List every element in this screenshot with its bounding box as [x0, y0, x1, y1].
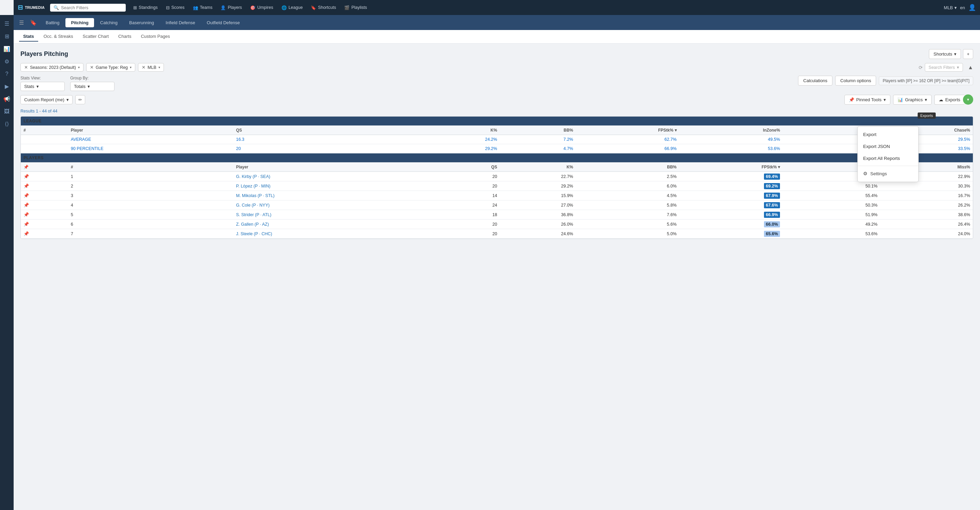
p7-name[interactable]: J. Steele (P · CHC) [236, 231, 272, 236]
col-header-inzone-pct[interactable]: InZone% [679, 126, 783, 135]
sub-tab-charts-label: Charts [118, 34, 131, 39]
sub-tab-charts[interactable]: Charts [114, 32, 135, 41]
sidebar-toggle-icon[interactable]: ☰ [16, 18, 27, 28]
p5-name[interactable]: S. Strider (P · ATL) [236, 212, 272, 217]
pcol-pin[interactable]: 📌 [21, 163, 68, 172]
tab-outfield-defense[interactable]: Outfield Defense [201, 18, 245, 27]
results-count: Results 1 - 44 of 44 [21, 109, 973, 113]
sub-tab-occ-streaks[interactable]: Occ. & Streaks [40, 32, 77, 41]
sidebar-chart-icon[interactable]: 📊 [1, 43, 13, 55]
sidebar-speaker-icon[interactable]: 📢 [1, 93, 13, 105]
collapse-button[interactable]: ▲ [968, 64, 973, 70]
filter-game-type[interactable]: ✕ Game Type: Reg ▾ [86, 63, 135, 72]
pin-row-3[interactable]: 📌 [24, 193, 29, 198]
filter-season[interactable]: ✕ Seasons: 2023 (Default) ▾ [21, 63, 83, 72]
sub-tab-scatter-chart[interactable]: Scatter Chart [79, 32, 113, 41]
shortcuts-button[interactable]: Shortcuts ▾ [929, 49, 961, 59]
nav-league[interactable]: 🌐 League [278, 4, 306, 11]
col-header-fpstk-pct[interactable]: FPStk% ▾ [576, 126, 679, 135]
col-header-hash[interactable]: # [21, 126, 68, 135]
sidebar-menu-icon[interactable]: ☰ [2, 18, 12, 30]
tab-baserunning[interactable]: Baserunning [124, 18, 159, 27]
pin-row-5[interactable]: 📌 [24, 212, 29, 217]
p1-name[interactable]: G. Kirby (P · SEA) [236, 174, 270, 179]
game-type-x-icon[interactable]: ✕ [90, 65, 94, 70]
pin-row-1[interactable]: 📌 [24, 174, 29, 179]
pcol-bb-pct[interactable]: BB% [576, 163, 679, 172]
p5-bb-pct: 7.6% [576, 210, 679, 220]
tab-infield-defense[interactable]: Infield Defense [160, 18, 201, 27]
nav-shortcuts[interactable]: 🔖 Shortcuts [307, 4, 339, 11]
nav-umpires[interactable]: 🎯 Umpires [247, 4, 277, 11]
filter-league[interactable]: ✕ MLB ▾ [138, 63, 164, 72]
pcol-hash[interactable]: # [68, 163, 234, 172]
pcol-k-pct[interactable]: K% [500, 163, 576, 172]
p3-name[interactable]: M. Mikolas (P · STL) [236, 193, 275, 198]
tab-batting[interactable]: Batting [40, 18, 65, 27]
sidebar-help-icon[interactable]: ? [3, 68, 11, 80]
graphics-button[interactable]: 📊 Graphics ▾ [893, 95, 932, 105]
exports-button[interactable]: ☁ Exports [934, 95, 964, 105]
nav-players[interactable]: 👤 Players [217, 4, 245, 11]
p6-name[interactable]: Z. Gallen (P · AZ) [236, 222, 269, 227]
col-header-qs[interactable]: QS [234, 126, 424, 135]
p4-bb-pct: 5.8% [576, 201, 679, 210]
exports-dropdown-button[interactable]: ▾ [963, 94, 973, 105]
bookmark-icon[interactable]: 🔖 [27, 18, 40, 28]
export-item[interactable]: Export [858, 129, 918, 140]
pin-row-6[interactable]: 📌 [24, 222, 29, 227]
calculations-button[interactable]: Calculations [798, 76, 832, 86]
nav-playlists[interactable]: 🎬 Playlists [341, 4, 371, 11]
p2-k-pct: 29.2% [500, 182, 576, 191]
sidebar-code-icon[interactable]: ⟨⟩ [2, 118, 11, 130]
group-by-value: Totals [74, 84, 86, 89]
pcol-qs[interactable]: QS [424, 163, 500, 172]
tab-pitching[interactable]: Pitching [65, 18, 94, 27]
search-input[interactable] [61, 5, 123, 10]
nav-scores[interactable]: ⊟ Scores [162, 4, 188, 11]
sidebar-image-icon[interactable]: 🖼 [2, 106, 12, 117]
p2-name[interactable]: P. López (P · MIN) [236, 184, 270, 188]
column-headers-row: # Player QS K% BB% FPStk% ▾ InZone% Miss… [21, 126, 973, 135]
custom-report-button[interactable]: Custom Report (me) ▾ [21, 95, 73, 104]
pinned-tools-button[interactable]: 📌 Pinned Tools ▾ [845, 95, 890, 105]
season-x-icon[interactable]: ✕ [24, 65, 28, 70]
p5-miss-pct: 38.6% [880, 210, 973, 220]
p2-miss-pct: 30.3% [880, 182, 973, 191]
p4-k-pct: 27.0% [500, 201, 576, 210]
col-header-player[interactable]: Player [68, 126, 234, 135]
group-by-select[interactable]: Totals ▾ [70, 82, 115, 91]
sidebar-home-icon[interactable]: ⊞ [2, 30, 12, 42]
sub-tab-custom-pages[interactable]: Custom Pages [137, 32, 174, 41]
edit-report-button[interactable]: ✏ [75, 95, 85, 104]
tab-catching[interactable]: Catching [95, 18, 123, 27]
pin-row-4[interactable]: 📌 [24, 202, 29, 207]
col-header-k-pct[interactable]: K% [424, 126, 500, 135]
sidebar-settings-icon[interactable]: ⚙ [2, 56, 12, 67]
pin-row-2[interactable]: 📌 [24, 183, 29, 188]
pcol-player[interactable]: Player [234, 163, 424, 172]
stats-view-select[interactable]: Stats ▾ [21, 82, 65, 91]
exports-settings-item[interactable]: ⚙ Settings [858, 167, 918, 180]
league-x-icon[interactable]: ✕ [142, 65, 145, 70]
avg-fpstk-pct: 62.7% [576, 135, 679, 144]
user-avatar-icon[interactable]: 👤 [969, 4, 976, 11]
nav-standings[interactable]: ⊞ Standings [130, 4, 161, 11]
pcol-fpstk-pct[interactable]: FPStk% ▾ [679, 163, 783, 172]
pin-row-7[interactable]: 📌 [24, 231, 29, 236]
sidebar-media-icon[interactable]: ▶ [2, 80, 11, 92]
export-json-item[interactable]: Export JSON [858, 140, 918, 152]
sub-tab-stats[interactable]: Stats [19, 32, 38, 41]
avg-bb-pct: 7.2% [500, 135, 576, 144]
p4-name[interactable]: G. Cole (P · NYY) [236, 203, 269, 207]
col-header-bb-pct[interactable]: BB% [500, 126, 576, 135]
column-options-button[interactable]: Column options [835, 76, 876, 86]
refresh-icon[interactable]: ⟳ [919, 65, 923, 70]
league-selector[interactable]: MLB ▾ [944, 5, 957, 10]
filter-search[interactable]: Search Filters ▾ [925, 63, 963, 72]
standings-icon: ⊞ [133, 5, 137, 10]
add-shortcut-button[interactable]: + [963, 49, 973, 59]
nav-teams[interactable]: 👥 Teams [189, 4, 216, 11]
export-all-item[interactable]: Export All Reports [858, 152, 918, 164]
p4-qs: 24 [424, 201, 500, 210]
